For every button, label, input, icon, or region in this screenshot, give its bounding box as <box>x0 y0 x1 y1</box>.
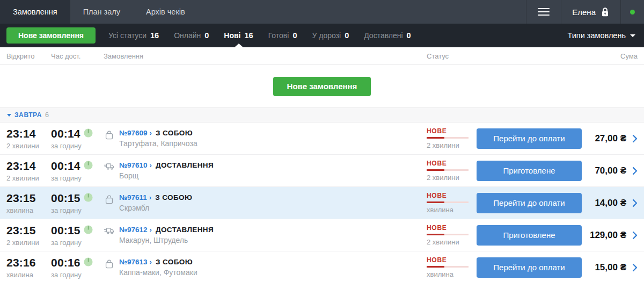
status-ago: хвилина <box>427 206 477 214</box>
status-cell: НОВЕ 2 хвилини <box>427 127 477 149</box>
connection-status <box>620 0 644 24</box>
order-type-icon <box>104 259 114 277</box>
filter-label: У дорозі <box>312 31 341 40</box>
sum-cell: 15,00 ₴ <box>582 262 638 273</box>
sum-cell: 27,00 ₴ <box>582 133 638 144</box>
user-button[interactable]: Елена <box>561 0 620 24</box>
status-badge: НОВЕ <box>427 256 477 264</box>
row-chevron-icon[interactable] <box>632 199 638 207</box>
row-chevron-icon[interactable] <box>632 167 638 175</box>
order-type-label: З СОБОЮ <box>155 193 192 201</box>
order-action-button[interactable]: Приготовлене <box>477 161 582 181</box>
status-cell: НОВЕ 2 хвилини <box>427 224 477 246</box>
order-row[interactable]: 23:15 2 хвилини 00:15 за годину №97612 ›… <box>0 219 644 251</box>
truck-icon <box>104 162 114 170</box>
opened-cell: 23:14 2 хвилини <box>6 160 51 182</box>
filter-label: Усі статуси <box>108 31 147 40</box>
delivery-in: за годину <box>51 174 104 182</box>
delivery-in: за годину <box>51 239 104 247</box>
order-items: Тартуфата, Капричоза <box>119 139 197 148</box>
opened-ago: хвилина <box>6 271 51 279</box>
link-chevron-icon: › <box>150 129 152 137</box>
column-header-order: Замовлення <box>104 52 427 60</box>
new-order-button-center[interactable]: Нове замовлення <box>273 77 371 96</box>
delivery-time: 00:15 <box>51 224 80 237</box>
filter-label: Готові <box>268 31 289 40</box>
order-types-dropdown[interactable]: Типи замовлень <box>567 31 638 40</box>
opened-ago: 2 хвилини <box>6 239 51 247</box>
delivery-time: 00:16 <box>51 256 80 269</box>
filter-new[interactable]: Нові 16 <box>224 24 253 47</box>
row-chevron-icon[interactable] <box>632 134 638 143</box>
filter-on-the-way[interactable]: У дорозі 0 <box>312 24 349 47</box>
section-header-tomorrow[interactable]: ЗАВТРА 6 <box>0 107 644 123</box>
chevron-down-icon <box>630 34 635 37</box>
opened-time: 23:14 <box>6 127 51 140</box>
order-sum: 70,00 ₴ <box>595 165 626 176</box>
truck-icon <box>104 227 114 235</box>
opened-cell: 23:14 2 хвилини <box>6 127 51 150</box>
status-ago: хвилина <box>427 270 477 278</box>
order-number-link[interactable]: №97611 <box>119 193 147 201</box>
order-type-icon <box>104 130 114 148</box>
filter-count: 0 <box>204 31 209 40</box>
status-cell: НОВЕ 2 хвилини <box>427 160 477 182</box>
order-cell: №97609 › З СОБОЮ Тартуфата, Капричоза <box>104 129 427 148</box>
order-items: Макарун, Штрудель <box>119 236 214 244</box>
opened-time: 23:16 <box>6 256 51 269</box>
delivery-in: за годину <box>51 271 104 279</box>
row-chevron-icon[interactable] <box>632 231 638 240</box>
order-action-button[interactable]: Приготовлене <box>477 225 582 246</box>
status-ago: 2 хвилини <box>427 238 477 246</box>
order-row[interactable]: 23:14 2 хвилини 00:14 за годину №97610 ›… <box>0 155 644 187</box>
topbar-tab-orders[interactable]: Замовлення <box>0 0 70 24</box>
filter-label: Доставлені <box>364 31 402 40</box>
topbar: Замовлення План залу Архів чеків Елена <box>0 0 644 24</box>
order-number-link[interactable]: №97612 <box>119 226 148 234</box>
filter-label: Онлайн <box>174 31 201 40</box>
timer-icon <box>84 225 93 234</box>
filter-ready[interactable]: Готові 0 <box>268 24 297 47</box>
column-header-opened: Відкрито <box>6 52 51 60</box>
filter-online[interactable]: Онлайн 0 <box>174 24 209 47</box>
row-chevron-icon[interactable] <box>632 263 638 272</box>
delivery-time: 00:14 <box>51 127 80 140</box>
order-action-button[interactable]: Перейти до оплати <box>477 128 582 149</box>
link-chevron-icon: › <box>149 193 151 201</box>
order-sum: 15,00 ₴ <box>595 262 626 273</box>
order-row[interactable]: 23:16 хвилина 00:16 за годину №97613 › З… <box>0 251 644 281</box>
delivery-cell: 00:15 за годину <box>51 192 104 214</box>
order-cell: №97611 › З СОБОЮ Скрэмбл <box>104 193 427 212</box>
order-action-button[interactable]: Перейти до оплати <box>477 193 582 213</box>
opened-time: 23:15 <box>6 192 51 205</box>
bag-icon <box>105 130 114 140</box>
order-type-label: ДОСТАВЛЕННЯ <box>156 226 214 234</box>
filter-count: 16 <box>150 31 159 40</box>
topbar-tab-floor-plan[interactable]: План залу <box>70 0 133 24</box>
order-number-link[interactable]: №97609 <box>119 129 148 137</box>
opened-cell: 23:16 хвилина <box>6 256 51 279</box>
filter-delivered[interactable]: Доставлені 0 <box>364 24 411 47</box>
order-type-icon <box>104 162 114 180</box>
delivery-cell: 00:15 за годину <box>51 224 104 247</box>
order-number-link[interactable]: №97613 <box>119 258 148 266</box>
opened-time: 23:15 <box>6 224 51 237</box>
order-row[interactable]: 23:14 2 хвилини 00:14 за годину №97609 ›… <box>0 123 644 155</box>
order-row[interactable]: 23:15 хвилина 00:15 за годину №97611 › З… <box>0 187 644 219</box>
delivery-cell: 00:14 за годину <box>51 160 104 182</box>
delivery-cell: 00:14 за годину <box>51 127 104 150</box>
order-type-label: З СОБОЮ <box>156 129 193 137</box>
lock-icon <box>601 7 610 17</box>
order-number-link[interactable]: №97610 <box>119 161 148 169</box>
status-badge: НОВЕ <box>427 192 477 199</box>
opened-ago: 2 хвилини <box>6 174 51 182</box>
new-order-button[interactable]: Нове замовлення <box>6 27 96 44</box>
topbar-tab-receipts-archive[interactable]: Архів чеків <box>133 0 198 24</box>
section-count: 6 <box>45 111 49 119</box>
filter-all-statuses[interactable]: Усі статуси 16 <box>108 24 159 47</box>
menu-button[interactable] <box>526 0 561 24</box>
caret-down-icon <box>7 114 11 117</box>
order-action-button[interactable]: Перейти до оплати <box>477 257 582 278</box>
topbar-spacer <box>198 0 526 24</box>
opened-ago: 2 хвилини <box>6 142 51 150</box>
